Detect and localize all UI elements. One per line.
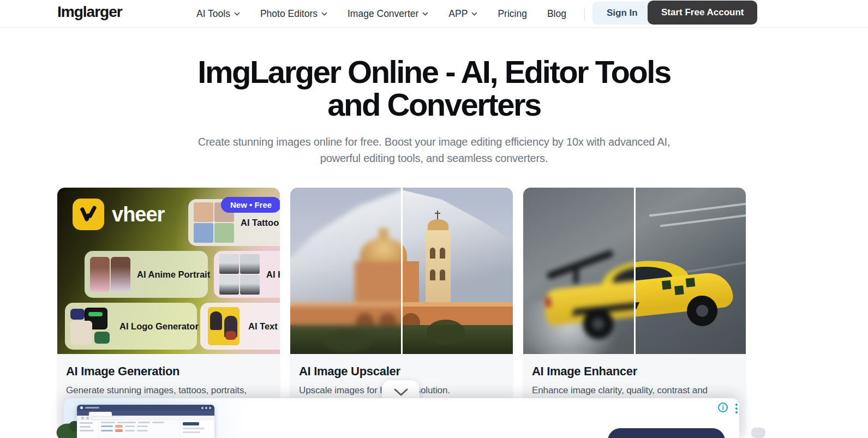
ad-banner[interactable]: i [64, 398, 739, 438]
anime-sample-images [90, 257, 130, 292]
nav-ai-tools[interactable]: AI Tools [196, 8, 240, 20]
page-subtitle-line2: powerful editing tools, and seamless con… [0, 150, 868, 166]
new-free-badge: New • Free [221, 197, 280, 213]
tile-ai-headshot[interactable]: AI Headshot [214, 251, 280, 298]
church-before-image [290, 188, 402, 354]
logo-sample-images [70, 308, 113, 345]
nav-pricing[interactable]: Pricing [498, 8, 527, 20]
tile-ai-tattoo-generator-label: AI Tattoo Generator [241, 218, 280, 228]
nav-blog[interactable]: Blog [547, 8, 566, 20]
header-divider [584, 8, 585, 20]
ad-app-screenshot [77, 405, 214, 438]
card-title: AI Image Upscaler [299, 364, 504, 379]
tile-ai-logo-generator[interactable]: AI Logo Generator [65, 303, 197, 350]
card-title: AI Image Generation [66, 364, 271, 379]
nav-photo-editors-label: Photo Editors [260, 8, 318, 20]
before-after-divider[interactable] [401, 188, 403, 354]
nav-image-converter[interactable]: Image Converter [348, 8, 428, 20]
ad-cta-button[interactable] [608, 428, 725, 438]
tile-ai-text-to-image-label: AI Text To Image [248, 321, 280, 332]
page-title-line1: ImgLarger Online - AI, Editor Tools [0, 56, 868, 88]
header: Imglarger AI Tools Photo Editors Image C… [0, 0, 868, 28]
nav-app-label: APP [448, 8, 468, 20]
chevron-down-icon [394, 388, 408, 398]
chevron-down-icon [234, 12, 240, 16]
vheer-logo-icon [73, 199, 104, 230]
page-subtitle-line1: Create stunning images online for free. … [0, 134, 868, 150]
nav-photo-editors[interactable]: Photo Editors [260, 8, 327, 20]
vheer-logo: vheer [73, 199, 164, 230]
page-title: ImgLarger Online - AI, Editor Tools and … [0, 56, 868, 121]
nav-blog-label: Blog [547, 8, 566, 20]
car-before-image [523, 188, 634, 354]
chevron-down-icon [422, 12, 428, 16]
tile-ai-headshot-label: AI Headshot [266, 269, 280, 280]
before-after-divider[interactable] [634, 188, 636, 354]
page: Imglarger AI Tools Photo Editors Image C… [0, 0, 868, 438]
vheer-brand-label: vheer [112, 203, 164, 226]
nav-ai-tools-label: AI Tools [196, 8, 230, 20]
nav-app[interactable]: APP [448, 8, 477, 20]
floating-corner-widget[interactable] [751, 428, 765, 438]
chevron-down-icon [471, 12, 477, 16]
card-title: AI Image Enhancer [532, 364, 737, 379]
card-ai-image-upscaler-preview [290, 188, 513, 354]
card-ai-image-enhancer-preview [523, 188, 746, 354]
vheer-collage: vheer AI Tattoo Generator New • Free [57, 188, 280, 354]
ad-info-icon[interactable]: i [718, 403, 728, 412]
tile-ai-text-to-image[interactable]: AI Text To Image [200, 303, 280, 350]
tile-ai-logo-generator-label: AI Logo Generator [119, 321, 199, 332]
page-title-line2: and Converters [0, 88, 868, 121]
tile-ai-anime-portrait[interactable]: AI Anime Portrait [85, 251, 208, 298]
tile-ai-anime-portrait-label: AI Anime Portrait [137, 269, 210, 280]
nav-pricing-label: Pricing [498, 8, 527, 20]
ad-options-icon[interactable] [733, 403, 740, 415]
nav-image-converter-label: Image Converter [348, 8, 418, 20]
page-subtitle: Create stunning images online for free. … [0, 134, 868, 166]
site-logo[interactable]: Imglarger [57, 3, 122, 21]
start-free-account-button[interactable]: Start Free Account [648, 1, 757, 25]
card-ai-image-generation-preview: vheer AI Tattoo Generator New • Free [57, 188, 280, 354]
main-nav: AI Tools Photo Editors Image Converter A… [196, 0, 566, 28]
text-to-image-sample [206, 307, 242, 345]
chevron-down-icon [321, 12, 327, 16]
sign-in-button[interactable]: Sign In [592, 2, 652, 25]
headshot-sample-images [219, 254, 260, 295]
